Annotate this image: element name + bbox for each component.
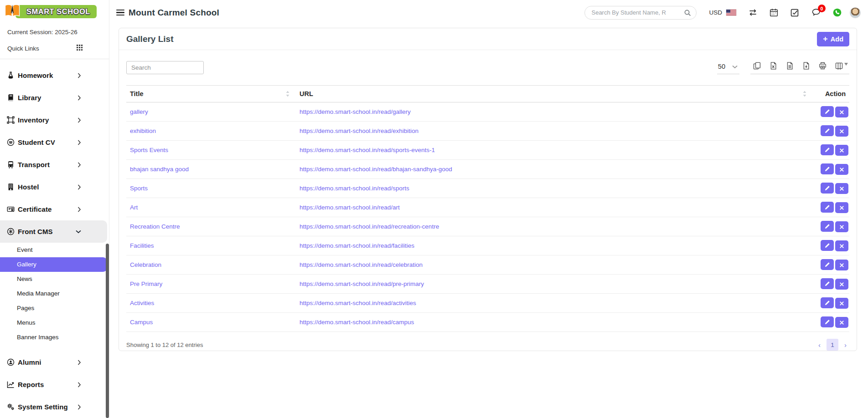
hamburger-menu-icon[interactable] [116,10,124,15]
gallery-url-link[interactable]: https://demo.smart-school.in/read/galler… [300,108,411,115]
submenu-item-media-manager[interactable]: Media Manager [0,286,107,301]
gallery-title-link[interactable]: Art [130,204,138,211]
edit-button[interactable] [821,163,834,174]
gallery-url-link[interactable]: https://demo.smart-school.in/read/celebr… [300,261,423,268]
edit-button[interactable] [821,278,834,289]
language-switch-button[interactable] [749,9,757,16]
chat-icon[interactable]: 0 [811,8,821,17]
table-header-row: Title URL [126,86,849,102]
gallery-title-link[interactable]: Pre Primary [130,280,162,287]
sidebar-scrollbar[interactable] [106,244,109,418]
submenu-item-gallery[interactable]: Gallery [0,257,107,272]
sidebar-item-inventory[interactable]: Inventory [0,109,107,131]
delete-button[interactable] [835,279,848,290]
header-controls: USD 0 [584,6,860,20]
gallery-url-link[interactable]: https://demo.smart-school.in/read/facili… [300,242,414,249]
gallery-title-link[interactable]: Activities [130,300,154,306]
submenu-item-banner-images[interactable]: Banner Images [0,330,107,345]
sidebar-item-transport[interactable]: Transport [0,153,107,176]
csv-export-button[interactable] [786,62,794,70]
table-search [126,61,204,74]
gallery-url-link[interactable]: https://demo.smart-school.in/read/exhibi… [300,127,418,134]
gallery-url-link[interactable]: https://demo.smart-school.in/read/campus [300,319,414,326]
gallery-title-link[interactable]: Campus [130,319,153,326]
gallery-title-link[interactable]: Recreation Centre [130,223,180,230]
delete-button[interactable] [835,164,848,175]
sidebar-item-library[interactable]: Library [0,87,107,109]
delete-button[interactable] [835,298,848,309]
gallery-title-link[interactable]: exhibition [130,127,156,134]
chevron-down-icon [732,63,738,70]
submenu-item-event[interactable]: Event [0,243,107,257]
edit-button[interactable] [821,259,834,270]
gallery-title-link[interactable]: Sports Events [130,147,168,153]
sidebar-item-hostel[interactable]: Hostel [0,176,107,198]
delete-button[interactable] [835,260,848,270]
book-icon [7,94,15,102]
page-length-select[interactable]: 50 [717,63,739,74]
app-logo[interactable]: SMART SCHOOL [0,0,109,23]
todo-check-icon[interactable] [790,9,799,17]
excel-export-button[interactable] [770,62,777,70]
gallery-url-link[interactable]: https://demo.smart-school.in/read/activi… [300,300,416,306]
whatsapp-icon[interactable] [833,8,842,17]
column-header-url[interactable]: URL [296,86,813,102]
edit-button[interactable] [821,144,834,155]
edit-button[interactable] [821,183,834,194]
edit-button[interactable] [821,202,834,213]
gallery-title-link[interactable]: gallery [130,108,148,115]
quick-links[interactable]: Quick Links [0,44,109,53]
delete-button[interactable] [835,240,848,251]
pdf-export-button[interactable] [802,62,810,70]
edit-button[interactable] [821,125,834,136]
table-search-input[interactable] [126,61,204,74]
pagination-prev-button[interactable]: ‹ [818,342,821,348]
gallery-title-link[interactable]: Facilities [130,242,154,249]
gallery-title-link[interactable]: bhajan sandhya good [130,166,189,173]
delete-button[interactable] [835,202,848,213]
edit-button[interactable] [821,106,834,117]
delete-button[interactable] [835,221,848,232]
delete-button[interactable] [835,145,848,156]
add-button[interactable]: Add [817,32,849,46]
gallery-url-link[interactable]: https://demo.smart-school.in/read/recrea… [300,223,439,230]
user-avatar[interactable] [850,8,860,18]
sidebar-item-reports[interactable]: Reports [0,373,107,396]
delete-button[interactable] [835,107,848,117]
submenu-item-menus[interactable]: Menus [0,316,107,330]
submenu-item-pages[interactable]: Pages [0,301,107,316]
print-button[interactable] [819,62,827,70]
currency-selector[interactable]: USD [709,9,736,16]
gallery-url-link[interactable]: https://demo.smart-school.in/read/pre-pr… [300,280,424,287]
sidebar-item-alumni[interactable]: Alumni [0,351,107,373]
calendar-icon[interactable] [770,8,778,17]
delete-button[interactable] [835,317,848,328]
column-visibility-button[interactable] [835,62,848,70]
gallery-title-link[interactable]: Celebration [130,261,161,268]
student-search-input[interactable] [584,6,697,20]
sidebar-item-system-setting[interactable]: System Setting [0,396,107,418]
gallery-title-link[interactable]: Sports [130,185,148,192]
copy-button[interactable] [753,62,761,70]
pagination-next-button[interactable]: › [844,342,847,348]
edit-button[interactable] [821,221,834,232]
edit-button[interactable] [821,240,834,251]
search-icon[interactable] [684,9,691,18]
gallery-url-link[interactable]: https://demo.smart-school.in/read/sports [300,185,409,192]
sidebar-item-certificate[interactable]: Certificate [0,198,107,220]
gallery-url-link[interactable]: https://demo.smart-school.in/read/sports… [300,147,435,153]
edit-button[interactable] [821,316,834,327]
sidebar-item-student-cv[interactable]: Student CV [0,131,107,153]
sidebar-item-front-cms[interactable]: Front CMS [0,220,107,243]
gallery-url-link[interactable]: https://demo.smart-school.in/read/bhajan… [300,166,452,173]
column-header-title[interactable]: Title [126,86,296,102]
delete-button[interactable] [835,183,848,194]
pagination-page-1[interactable]: 1 [827,339,838,351]
edit-button[interactable] [821,297,834,308]
page-title: Gallery List [126,34,174,44]
delete-button[interactable] [835,126,848,137]
submenu-item-news[interactable]: News [0,272,107,286]
sidebar-item-homework[interactable]: Homework [0,64,107,87]
gallery-url-link[interactable]: https://demo.smart-school.in/read/art [300,204,400,211]
table-row: Celebrationhttps://demo.smart-school.in/… [126,255,849,275]
